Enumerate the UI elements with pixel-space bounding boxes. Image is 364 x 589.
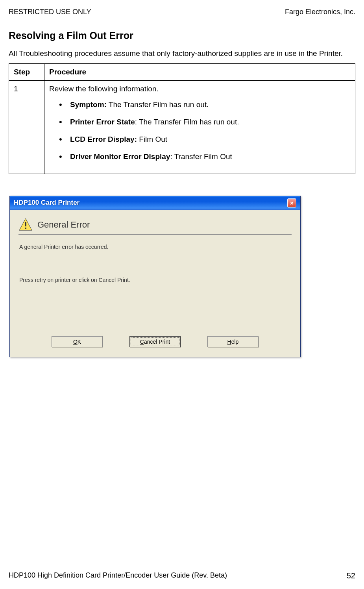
titlebar-text: HDP100 Card Printer bbox=[14, 199, 79, 207]
svg-rect-0 bbox=[25, 222, 26, 226]
svg-rect-1 bbox=[25, 228, 26, 229]
step-number: 1 bbox=[9, 80, 44, 174]
divider bbox=[18, 234, 292, 235]
item-label: Driver Monitor Error Display bbox=[70, 152, 170, 161]
col-step: Step bbox=[9, 63, 44, 80]
item-text: Film Out bbox=[137, 135, 167, 143]
dialog-titlebar[interactable]: HDP100 Card Printer × bbox=[10, 196, 300, 210]
list-item: Symptom: The Transfer Film has run out. bbox=[59, 100, 350, 109]
steps-table: Step Procedure 1 Review the following in… bbox=[9, 63, 355, 174]
page-number: 52 bbox=[347, 571, 355, 580]
procedure-intro: Review the following information. bbox=[49, 85, 350, 93]
error-instruction: Press retry on printer or click on Cance… bbox=[19, 277, 292, 283]
procedure-list: Symptom: The Transfer Film has run out. … bbox=[49, 100, 350, 161]
close-icon: × bbox=[290, 200, 294, 206]
help-button[interactable]: Help bbox=[207, 336, 259, 347]
dialog-body: General Error A general Printer error ha… bbox=[10, 210, 300, 357]
section-title: Resolving a Film Out Error bbox=[9, 30, 355, 41]
table-row: 1 Review the following information. Symp… bbox=[9, 80, 355, 174]
table-header-row: Step Procedure bbox=[9, 63, 355, 80]
header-left: RESTRICTED USE ONLY bbox=[9, 8, 91, 16]
page-footer: HDP100 High Definition Card Printer/Enco… bbox=[9, 571, 355, 580]
list-item: Driver Monitor Error Display: Transfer F… bbox=[59, 152, 350, 161]
procedure-cell: Review the following information. Sympto… bbox=[44, 80, 355, 174]
item-text: The Transfer Film has run out. bbox=[107, 100, 209, 109]
intro-text: All Troubleshooting procedures assume th… bbox=[9, 48, 355, 59]
close-button[interactable]: × bbox=[287, 198, 296, 207]
item-label: Symptom: bbox=[70, 100, 107, 109]
dialog-button-row: OK Cancel Print Help bbox=[18, 336, 292, 350]
ok-button[interactable]: OK bbox=[52, 336, 103, 347]
error-message: A general Printer error has occurred. bbox=[19, 244, 292, 250]
page-header: RESTRICTED USE ONLY Fargo Electronics, I… bbox=[9, 8, 355, 16]
error-header: General Error bbox=[18, 218, 292, 232]
item-text: : The Transfer Film has run out. bbox=[135, 118, 239, 126]
error-dialog: HDP100 Card Printer × General Error A ge… bbox=[9, 196, 301, 357]
footer-left: HDP100 High Definition Card Printer/Enco… bbox=[9, 571, 227, 580]
item-text: : Transfer Film Out bbox=[170, 152, 232, 161]
warning-icon bbox=[18, 218, 33, 232]
error-heading: General Error bbox=[37, 220, 90, 230]
list-item: Printer Error State: The Transfer Film h… bbox=[59, 118, 350, 126]
item-label: LCD Error Display: bbox=[70, 135, 137, 143]
col-procedure: Procedure bbox=[44, 63, 355, 80]
list-item: LCD Error Display: Film Out bbox=[59, 135, 350, 144]
cancel-print-button[interactable]: Cancel Print bbox=[129, 336, 181, 347]
item-label: Printer Error State bbox=[70, 118, 135, 126]
header-right: Fargo Electronics, Inc. bbox=[285, 8, 355, 16]
